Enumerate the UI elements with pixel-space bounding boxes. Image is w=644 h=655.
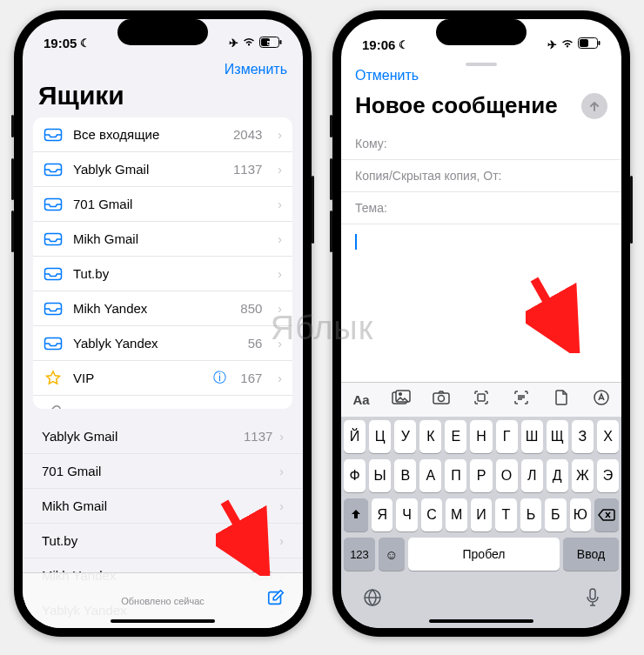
key-Х[interactable]: Х [597,420,619,453]
paperclip-icon [44,404,63,409]
format-icon[interactable]: Aa [347,392,375,407]
edit-link[interactable]: Изменить [225,62,287,77]
key-Ч[interactable]: Ч [396,498,417,531]
mailbox-label: VIP [73,371,203,385]
return-key[interactable]: Ввод [563,538,619,571]
svg-rect-13 [580,39,588,47]
key-Э[interactable]: Э [597,459,619,492]
key-Г[interactable]: Г [496,420,518,453]
wifi-icon [560,38,574,51]
markup-icon[interactable] [587,389,615,411]
mailbox-count: 1137 [233,162,262,177]
key-Н[interactable]: Н [470,420,492,453]
keyboard-toolbar: Aa [341,382,621,417]
svg-text:51: 51 [267,38,275,46]
status-time: 19:05 [44,36,77,50]
home-indicator[interactable] [429,619,533,623]
key-Ж[interactable]: Ж [572,459,594,492]
key-И[interactable]: И [471,498,492,531]
gallery-icon[interactable] [387,390,415,410]
key-Т[interactable]: Т [495,498,516,531]
mailbox-count: 56 [248,336,263,351]
chevron-right-icon: › [278,337,282,351]
key-Ш[interactable]: Ш [521,420,543,453]
key-Ы[interactable]: Ы [369,459,391,492]
key-Д[interactable]: Д [547,459,568,492]
sheet-grabber[interactable] [466,63,497,66]
svg-rect-20 [478,394,485,401]
tray-icon [44,267,63,281]
battery-icon [578,37,600,51]
cc-field[interactable]: Копия/Скрытая копия, От: [341,160,621,192]
numeric-key[interactable]: 123 [344,538,375,571]
cancel-button[interactable]: Отменить [355,68,419,84]
key-С[interactable]: С [421,498,442,531]
chevron-right-icon: › [278,406,282,409]
account-row[interactable]: 701 Gmail› [23,454,303,489]
wifi-icon [242,37,256,50]
chevron-right-icon: › [278,232,282,246]
scan-text-icon[interactable] [507,389,535,411]
key-Щ[interactable]: Щ [547,420,568,453]
chevron-right-icon: › [279,534,284,548]
key-Б[interactable]: Б [545,498,566,531]
key-Ф[interactable]: Ф [344,459,366,492]
mailbox-row[interactable]: Все входящие2043› [33,117,292,152]
file-icon[interactable] [547,389,575,411]
backspace-key[interactable] [594,498,619,531]
info-icon[interactable]: ⓘ [213,370,226,386]
tray-icon [44,337,63,351]
tray-icon [44,232,63,246]
mailbox-count: 33 [248,406,263,409]
chevron-right-icon: › [278,267,282,281]
key-Р[interactable]: Р [470,459,492,492]
mailbox-row[interactable]: Mikh Yandex850› [33,291,292,326]
space-key[interactable]: Пробел [408,538,560,571]
shift-key[interactable] [344,498,368,531]
mailbox-label: Yablyk Gmail [73,162,223,177]
home-indicator[interactable] [111,619,215,623]
annotation-arrow-left [216,498,277,576]
globe-icon[interactable] [362,587,383,612]
key-Й[interactable]: Й [344,420,366,453]
compose-button[interactable] [266,588,285,609]
key-З[interactable]: З [572,420,594,453]
chevron-right-icon: › [278,371,282,385]
key-Ц[interactable]: Ц [369,420,391,453]
to-field[interactable]: Кому: [341,128,621,160]
key-В[interactable]: В [394,459,416,492]
key-Л[interactable]: Л [521,459,543,492]
key-М[interactable]: М [446,498,466,531]
tray-icon [44,128,63,142]
mailbox-row[interactable]: Yablyk Yandex56› [33,326,292,361]
tray-icon [44,197,63,211]
mailbox-count: 167 [240,371,262,385]
key-П[interactable]: П [445,459,466,492]
emoji-key[interactable]: ☺ [379,538,405,571]
camera-icon[interactable] [427,390,455,410]
mailbox-row[interactable]: 701 Gmail› [33,187,292,222]
scan-doc-icon[interactable] [467,389,495,411]
compose-title: Новое сообщение [355,92,558,119]
key-У[interactable]: У [394,420,416,453]
keyboard: Aa ЙЦУКЕНГШЩЗХ ФЫВАПРОЛДЖЭ ЯЧСМИТЬБЮ [341,382,621,628]
svg-point-19 [439,396,445,402]
account-row[interactable]: Yablyk Gmail1137› [23,419,303,454]
subject-field[interactable]: Тема: [341,192,621,224]
mic-icon[interactable] [585,587,600,612]
key-К[interactable]: К [419,420,441,453]
key-Е[interactable]: Е [445,420,466,453]
send-button[interactable] [581,93,607,119]
key-Я[interactable]: Я [372,498,392,531]
key-А[interactable]: А [419,459,441,492]
mailbox-row[interactable]: Вложения33› [33,396,292,409]
key-О[interactable]: О [496,459,518,492]
key-Ю[interactable]: Ю [570,498,591,531]
mailbox-row[interactable]: Yablyk Gmail1137› [33,152,292,187]
chevron-right-icon: › [278,302,282,316]
mailbox-label: Все входящие [73,127,223,142]
key-Ь[interactable]: Ь [520,498,541,531]
mailbox-row[interactable]: Mikh Gmail› [33,222,292,257]
mailbox-row[interactable]: Tut.by› [33,257,292,291]
mailbox-row[interactable]: VIPⓘ167› [33,361,292,396]
